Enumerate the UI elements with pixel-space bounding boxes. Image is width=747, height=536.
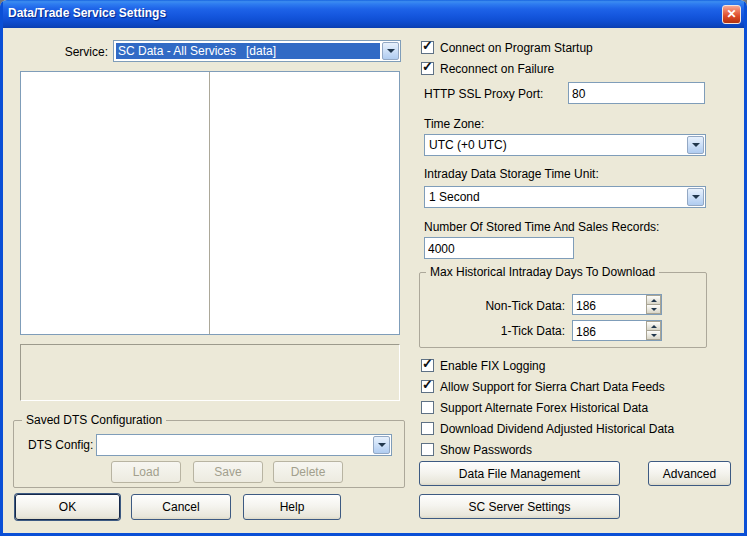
- window-title: Data/Trade Service Settings: [8, 0, 166, 27]
- chevron-up-icon: [651, 299, 657, 302]
- proxy-port-input[interactable]: [568, 82, 705, 104]
- checkbox-box[interactable]: ✓: [421, 41, 434, 54]
- saved-dts-configuration-group: Saved DTS Configuration DTS Config: Load…: [13, 420, 405, 488]
- checkmark-icon: ✓: [422, 357, 433, 370]
- max-days-group-label: Max Historical Intraday Days To Download: [426, 265, 659, 279]
- one-tick-label: 1-Tick Data:: [440, 324, 565, 338]
- spin-down-button[interactable]: [646, 330, 661, 340]
- service-detail-listbox[interactable]: [20, 71, 400, 335]
- enable-fix-logging-checkbox[interactable]: ✓ Enable FIX Logging: [421, 358, 545, 373]
- checkbox-label: Connect on Program Startup: [440, 41, 593, 55]
- one-tick-input[interactable]: [573, 321, 645, 340]
- checkbox-box[interactable]: ✓: [421, 380, 434, 393]
- chevron-down-icon: [387, 49, 395, 53]
- dts-config-value: [99, 437, 371, 453]
- service-selected-value: SC Data - All Services [data]: [116, 43, 380, 59]
- max-days-group: Max Historical Intraday Days To Download…: [419, 272, 707, 348]
- checkbox-label: Reconnect on Failure: [440, 62, 554, 76]
- service-dropdown-arrow-button[interactable]: [382, 42, 399, 60]
- checkbox-box[interactable]: ✓: [421, 359, 434, 372]
- non-tick-spinner[interactable]: [572, 294, 662, 315]
- close-icon: ✕: [726, 7, 736, 21]
- checkbox-box[interactable]: [421, 401, 434, 414]
- checkbox-box[interactable]: [421, 422, 434, 435]
- proxy-port-label: HTTP SSL Proxy Port:: [424, 87, 543, 101]
- records-label: Number Of Stored Time And Sales Records:: [424, 220, 659, 234]
- checkbox-label: Allow Support for Sierra Chart Data Feed…: [440, 380, 665, 394]
- allow-sierra-feeds-checkbox[interactable]: ✓ Allow Support for Sierra Chart Data Fe…: [421, 379, 665, 394]
- checkmark-icon: ✓: [422, 60, 433, 73]
- alternate-forex-checkbox[interactable]: Support Alternate Forex Historical Data: [421, 400, 648, 415]
- storage-unit-select[interactable]: 1 Second: [424, 186, 706, 208]
- non-tick-input[interactable]: [573, 295, 645, 314]
- service-description-panel: [20, 344, 400, 401]
- save-button[interactable]: Save: [193, 461, 263, 483]
- connect-on-startup-checkbox[interactable]: ✓ Connect on Program Startup: [421, 40, 593, 55]
- timezone-select[interactable]: UTC (+0 UTC): [424, 134, 706, 156]
- service-select[interactable]: SC Data - All Services [data]: [113, 40, 401, 62]
- data-file-management-button[interactable]: Data File Management: [419, 461, 620, 486]
- sc-server-settings-button[interactable]: SC Server Settings: [419, 494, 620, 519]
- chevron-down-icon: [692, 143, 700, 147]
- timezone-dropdown-arrow-button[interactable]: [687, 136, 704, 154]
- dts-config-dropdown-arrow-button[interactable]: [373, 436, 390, 454]
- spin-up-button[interactable]: [646, 295, 661, 304]
- service-label: Service:: [50, 45, 108, 59]
- chevron-up-icon: [651, 325, 657, 328]
- dts-config-label: DTS Config:: [28, 438, 93, 452]
- checkbox-box[interactable]: [421, 443, 434, 456]
- chevron-down-icon: [651, 334, 657, 337]
- checkmark-icon: ✓: [422, 378, 433, 391]
- ok-button[interactable]: OK: [15, 494, 120, 520]
- listbox-column-divider: [209, 72, 210, 334]
- title-bar[interactable]: Data/Trade Service Settings ✕: [0, 0, 747, 28]
- chevron-down-icon: [651, 308, 657, 311]
- non-tick-label: Non-Tick Data:: [440, 299, 565, 313]
- checkbox-label: Show Passwords: [440, 443, 532, 457]
- saved-dts-group-label: Saved DTS Configuration: [22, 413, 166, 427]
- reconnect-on-failure-checkbox[interactable]: ✓ Reconnect on Failure: [421, 61, 554, 76]
- one-tick-spinner[interactable]: [572, 320, 662, 341]
- storage-unit-value: 1 Second: [427, 189, 685, 205]
- dividend-adjusted-checkbox[interactable]: Download Dividend Adjusted Historical Da…: [421, 421, 674, 436]
- timezone-label: Time Zone:: [424, 117, 484, 131]
- timezone-value: UTC (+0 UTC): [427, 137, 685, 153]
- storage-unit-label: Intraday Data Storage Time Unit:: [424, 167, 599, 181]
- data-trade-service-settings-dialog: Data/Trade Service Settings ✕ Service: S…: [0, 0, 747, 536]
- storage-unit-dropdown-arrow-button[interactable]: [687, 188, 704, 206]
- chevron-down-icon: [692, 195, 700, 199]
- checkbox-label: Download Dividend Adjusted Historical Da…: [440, 422, 674, 436]
- checkbox-box[interactable]: ✓: [421, 62, 434, 75]
- advanced-button[interactable]: Advanced: [648, 461, 731, 486]
- spinner-buttons: [646, 321, 661, 340]
- help-button[interactable]: Help: [243, 494, 341, 520]
- checkmark-icon: ✓: [422, 39, 433, 52]
- cancel-button[interactable]: Cancel: [131, 494, 231, 520]
- spin-down-button[interactable]: [646, 304, 661, 314]
- delete-button[interactable]: Delete: [273, 461, 343, 483]
- spin-up-button[interactable]: [646, 321, 661, 330]
- checkbox-label: Support Alternate Forex Historical Data: [440, 401, 648, 415]
- records-input[interactable]: [424, 237, 574, 259]
- show-passwords-checkbox[interactable]: Show Passwords: [421, 442, 532, 457]
- chevron-down-icon: [378, 443, 386, 447]
- load-button[interactable]: Load: [111, 461, 181, 483]
- checkbox-label: Enable FIX Logging: [440, 359, 545, 373]
- close-button[interactable]: ✕: [722, 5, 741, 24]
- spinner-buttons: [646, 295, 661, 314]
- dts-config-select[interactable]: [96, 434, 392, 456]
